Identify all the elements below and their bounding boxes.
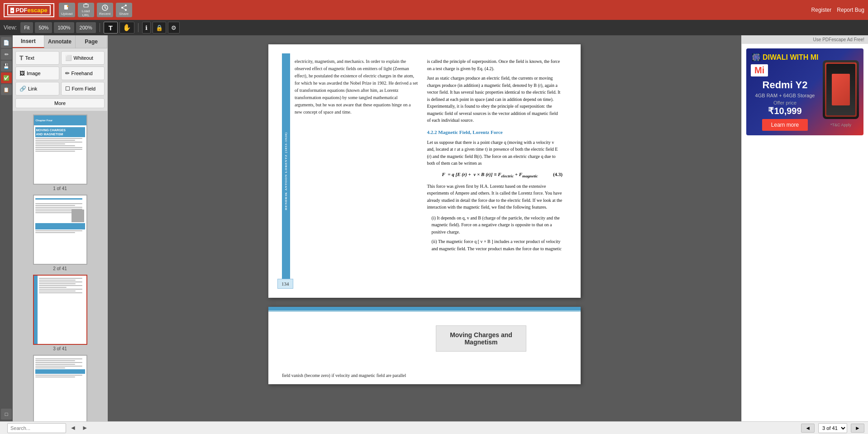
share-button[interactable]: Share — [116, 3, 132, 17]
ad-model-name: Redmi Y2 — [751, 79, 819, 91]
fit-button[interactable]: Fit — [20, 22, 33, 33]
whiteout-icon: ⬜ — [65, 55, 72, 61]
insert-row-1: T Text ⬜ Whiteout — [15, 51, 105, 65]
svg-rect-3 — [85, 4, 87, 5]
next-page-button[interactable]: ► — [851, 424, 864, 433]
svg-line-8 — [122, 5, 126, 8]
formula-block: F = q [E (r) + v × B (r)] ≡ Felectric + … — [427, 171, 563, 179]
thumb-line — [35, 207, 83, 208]
image-icon: 🖼 — [19, 70, 25, 76]
search-input[interactable] — [7, 423, 66, 433]
zoom-200-button[interactable]: 200% — [76, 22, 96, 33]
ad-phone-image — [823, 60, 859, 119]
settings-tool[interactable]: ⚙ — [168, 22, 180, 33]
thumb-line — [35, 232, 75, 233]
load-url-button[interactable]: Load URL — [78, 3, 94, 17]
section-p2: This force was given first by H.A. Loren… — [427, 183, 563, 211]
section-heading: 4.2.2 Magnetic Field, Lorentz Force — [427, 129, 563, 136]
report-bug-link[interactable]: Report Bug — [837, 7, 864, 13]
divider — [100, 23, 100, 32]
thumb-line — [35, 143, 65, 144]
image-insert-btn[interactable]: 🖼 Image — [15, 67, 59, 80]
thumb-line — [35, 138, 83, 139]
insert-row-3: 🔗 Link ☐ Form Field — [15, 82, 105, 95]
form-field-insert-btn[interactable]: ☐ Form Field — [61, 82, 105, 95]
thumb-img-3[interactable] — [33, 275, 87, 345]
sidebar-icon-6[interactable]: □ — [1, 409, 12, 420]
learn-more-button[interactable]: Learn more — [762, 119, 808, 131]
thumb-line — [39, 289, 83, 290]
thumb-line — [35, 198, 83, 200]
thumbnail-1[interactable]: Chapter Four MOVING CHARGESAND MAGNETISM — [16, 114, 104, 191]
thumb-line — [35, 140, 75, 141]
eq-number: (4.3) — [553, 171, 563, 178]
sidebar-icon-4[interactable]: ✅ — [1, 72, 12, 83]
hand-tool[interactable]: ✋ — [119, 22, 134, 33]
more-button[interactable]: More — [15, 98, 105, 108]
thumb-line — [35, 147, 83, 148]
search-prev-button[interactable]: ◄ — [68, 423, 78, 432]
whiteout-insert-btn[interactable]: ⬜ Whiteout — [61, 51, 105, 65]
zoom-100-button[interactable]: 100% — [54, 22, 74, 33]
thumb-line — [35, 149, 83, 150]
thumb-line — [35, 203, 83, 204]
thumb-line — [39, 291, 76, 291]
thumb-3-label: 3 of 41 — [53, 346, 67, 351]
thumb-1-content: MOVING CHARGESAND MAGNETISM — [34, 125, 86, 154]
thumb-img-2[interactable] — [33, 195, 87, 265]
right-col-p1: Just as static charges produce an electr… — [427, 75, 563, 124]
thumb-line — [35, 358, 83, 359]
pdf-viewer[interactable]: HENDRIK ANTOON LORENTZ (1853-1928) elect… — [108, 35, 741, 421]
pdf-page-4-content: Moving Charges and Magnetism field vanis… — [268, 307, 581, 384]
sidebar-icon-1[interactable]: 📄 — [1, 37, 12, 48]
thumb-line — [39, 283, 76, 284]
tab-insert[interactable]: Insert — [13, 35, 44, 48]
section-p1: Let us suppose that there is a point cha… — [427, 139, 563, 167]
ad-price: ₹10,999 — [751, 105, 819, 116]
ad-panel: Use PDFescape Ad Free! 🎆 DIWALI WITH MI … — [741, 35, 868, 421]
upload-label: Upload — [61, 12, 72, 16]
search-next-button[interactable]: ► — [80, 423, 90, 432]
thumb-line — [39, 278, 83, 279]
text-cursor-tool[interactable]: T — [104, 22, 118, 33]
form-field-insert-label: Form Field — [72, 86, 96, 91]
use-free-label: Use PDFescape Ad Free! — [813, 37, 864, 42]
recent-button[interactable]: Recent — [97, 3, 113, 17]
view-toolbar: View: Fit 50% 100% 200% T ✋ ℹ 🔒 ⚙ — [0, 20, 868, 35]
sidebar-icon-3[interactable]: 💾 — [1, 61, 12, 72]
ad-tc: *T&C Apply — [830, 123, 851, 127]
pdf-text: PDF — [16, 7, 28, 14]
thumbnail-4[interactable]: 4 of 41 — [16, 355, 104, 421]
formula-text: F = q [E (r) + v × B (r)] ≡ Felectric + … — [442, 172, 538, 177]
chapter-title: Moving Charges and Magnetism — [450, 331, 512, 346]
thumbnail-2[interactable]: 2 of 41 — [16, 195, 104, 271]
upload-button[interactable]: Upload — [59, 3, 75, 17]
thumb-line — [35, 364, 75, 365]
text-insert-label: Text — [25, 55, 34, 61]
thumb-line — [35, 210, 75, 211]
bullet-ii: (ii) The magnetic force q [ v × B ] incl… — [427, 238, 563, 252]
text-insert-btn[interactable]: T Text — [15, 51, 59, 65]
lock-tool[interactable]: 🔒 — [153, 22, 166, 33]
info-tool[interactable]: ℹ — [142, 22, 151, 33]
tab-annotate[interactable]: Annotate — [44, 35, 76, 48]
ad-content: 🎆 DIWALI WITH MI Mi Redmi Y2 4GB RAM + 6… — [742, 44, 868, 421]
thumb-line — [35, 142, 83, 143]
prev-page-button[interactable]: ◄ — [801, 424, 815, 433]
sidebar-icon-2[interactable]: ✏ — [1, 49, 12, 60]
register-link[interactable]: Register — [811, 7, 832, 13]
link-insert-btn[interactable]: 🔗 Link — [15, 82, 59, 95]
page-select[interactable]: 3 of 41 — [818, 423, 847, 433]
thumbnail-3[interactable]: 3 of 41 — [16, 275, 104, 351]
main-area: 📄 ✏ 💾 ✅ 📋 □ Insert Annotate Page T Text … — [0, 35, 868, 421]
page3-right-col: is called the principle of superposition… — [424, 53, 567, 289]
freehand-insert-btn[interactable]: ✏ Freehand — [61, 67, 105, 80]
zoom-50-button[interactable]: 50% — [35, 22, 52, 33]
thumb-1-label: 1 of 41 — [53, 186, 67, 191]
thumb-line — [35, 205, 75, 206]
thumb-img-1[interactable]: Chapter Four MOVING CHARGESAND MAGNETISM — [33, 114, 87, 185]
thumb-img-4[interactable] — [33, 355, 87, 421]
sidebar-icon-5[interactable]: 📋 — [1, 84, 12, 95]
thumb-line — [35, 230, 83, 231]
tab-page[interactable]: Page — [76, 35, 107, 48]
